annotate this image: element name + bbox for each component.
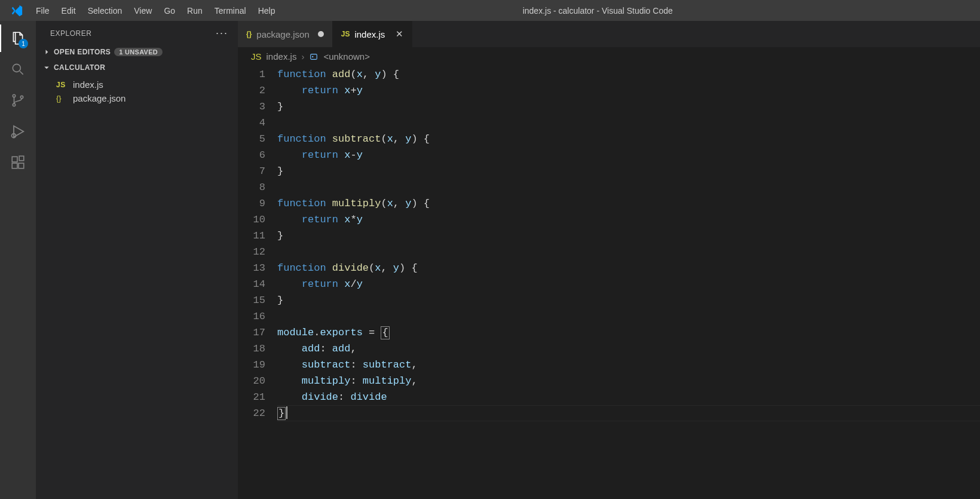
file-label: index.js — [73, 79, 103, 90]
folder-name: CALCULATOR — [54, 63, 105, 72]
code-line[interactable]: add: add, — [277, 341, 980, 357]
svg-rect-8 — [19, 156, 24, 161]
code-line[interactable]: divide: divide — [277, 389, 980, 405]
line-number: 3 — [238, 99, 265, 115]
menu-selection[interactable]: Selection — [82, 6, 128, 16]
line-number-gutter: 12345678910111213141516171819202122 — [238, 66, 277, 499]
breadcrumb-symbol: <unknown> — [323, 51, 370, 62]
menu-edit[interactable]: Edit — [56, 6, 82, 16]
chevron-right-icon: › — [301, 51, 304, 62]
js-file-icon: JS — [341, 30, 350, 38]
menu-run[interactable]: Run — [181, 6, 209, 16]
code-line[interactable]: } — [277, 292, 980, 308]
line-number: 2 — [238, 82, 265, 99]
svg-point-1 — [13, 94, 15, 97]
breadcrumb[interactable]: JS index.js › <unknown> — [238, 47, 980, 65]
line-number: 1 — [238, 66, 265, 82]
tab-package-json[interactable]: {}package.json — [238, 21, 333, 47]
svg-point-2 — [13, 103, 15, 106]
json-file-icon: {} — [246, 30, 252, 38]
text-cursor — [286, 406, 287, 419]
menu-file[interactable]: File — [30, 6, 56, 16]
file-item-package-json[interactable]: {}package.json — [36, 91, 238, 105]
menu-go[interactable]: Go — [158, 6, 181, 16]
svg-rect-6 — [12, 163, 17, 169]
line-number: 4 — [238, 115, 265, 131]
svg-point-10 — [312, 56, 313, 57]
more-actions-icon[interactable]: ··· — [216, 27, 228, 39]
line-number: 10 — [238, 212, 265, 228]
code-line[interactable]: function subtract(x, y) { — [277, 131, 980, 147]
menu-help[interactable]: Help — [252, 6, 281, 16]
matched-bracket: { — [381, 326, 389, 339]
code-line[interactable]: function divide(x, y) { — [277, 260, 980, 276]
code-line[interactable]: function multiply(x, y) { — [277, 195, 980, 212]
chevron-down-icon — [43, 64, 50, 71]
tab-label: package.json — [256, 29, 309, 39]
code-line[interactable]: } — [277, 163, 980, 179]
js-file-icon: JS — [56, 81, 68, 89]
code-line[interactable]: } — [277, 99, 980, 115]
line-number: 12 — [238, 244, 265, 260]
code-line[interactable] — [277, 179, 980, 195]
line-number: 16 — [238, 308, 265, 324]
line-number: 20 — [238, 373, 265, 389]
line-number: 11 — [238, 228, 265, 244]
line-number: 18 — [238, 341, 265, 357]
line-number: 8 — [238, 179, 265, 195]
line-number: 9 — [238, 195, 265, 212]
extensions-icon[interactable] — [9, 154, 27, 172]
line-number: 21 — [238, 389, 265, 405]
file-item-index-js[interactable]: JSindex.js — [36, 78, 238, 91]
line-number: 15 — [238, 292, 265, 308]
explorer-badge: 1 — [19, 39, 28, 48]
code-line[interactable]: } — [277, 228, 980, 244]
symbol-icon — [309, 51, 318, 62]
file-tree: JSindex.js{}package.json — [36, 75, 238, 105]
editor-group: {}package.jsonJSindex.js✕ JS index.js › … — [238, 21, 980, 499]
unsaved-badge: 1 UNSAVED — [114, 48, 163, 56]
run-debug-icon[interactable] — [9, 123, 27, 140]
line-number: 22 — [238, 405, 265, 421]
code-editor[interactable]: 12345678910111213141516171819202122 func… — [238, 65, 980, 499]
sidebar-title: EXPLORER — [50, 29, 91, 38]
svg-point-0 — [13, 64, 20, 72]
close-icon[interactable]: ✕ — [396, 29, 403, 39]
code-line[interactable]: } — [277, 405, 980, 421]
code-line[interactable]: return x-y — [277, 147, 980, 163]
line-number: 5 — [238, 131, 265, 147]
window-title: index.js - calculator - Visual Studio Co… — [281, 6, 914, 16]
activity-bar: 1 — [0, 21, 36, 499]
line-number: 19 — [238, 357, 265, 373]
search-icon[interactable] — [9, 60, 27, 78]
code-line[interactable]: return x/y — [277, 276, 980, 292]
open-editors-label: OPEN EDITORS — [54, 48, 111, 56]
code-line[interactable]: return x*y — [277, 212, 980, 228]
menu-view[interactable]: View — [128, 6, 158, 16]
code-line[interactable] — [277, 308, 980, 324]
json-file-icon: {} — [56, 94, 68, 103]
dirty-indicator-icon — [318, 31, 324, 37]
vscode-logo-icon — [6, 4, 27, 17]
sidebar-explorer: EXPLORER ··· OPEN EDITORS 1 UNSAVED CALC… — [36, 21, 238, 499]
code-line[interactable]: subtract: subtract, — [277, 357, 980, 373]
code-line[interactable]: return x+y — [277, 82, 980, 99]
breadcrumb-file: index.js — [267, 51, 297, 62]
file-label: package.json — [73, 93, 125, 103]
folder-header[interactable]: CALCULATOR — [36, 60, 238, 75]
code-content[interactable]: function add(x, y) { return x+y}function… — [277, 66, 980, 499]
open-editors-header[interactable]: OPEN EDITORS 1 UNSAVED — [36, 44, 238, 60]
explorer-icon[interactable]: 1 — [9, 29, 27, 47]
code-line[interactable]: module.exports = { — [277, 324, 980, 341]
menu-terminal[interactable]: Terminal — [209, 6, 252, 16]
code-line[interactable] — [277, 115, 980, 131]
code-line[interactable]: function add(x, y) { — [277, 66, 980, 82]
line-number: 7 — [238, 163, 265, 179]
js-file-icon: JS — [251, 51, 262, 62]
editor-tabs: {}package.jsonJSindex.js✕ — [238, 21, 980, 47]
code-line[interactable]: multiply: multiply, — [277, 373, 980, 389]
code-line[interactable] — [277, 244, 980, 260]
source-control-icon[interactable] — [9, 91, 27, 109]
tab-index-js[interactable]: JSindex.js✕ — [333, 21, 413, 47]
svg-rect-5 — [12, 157, 17, 162]
